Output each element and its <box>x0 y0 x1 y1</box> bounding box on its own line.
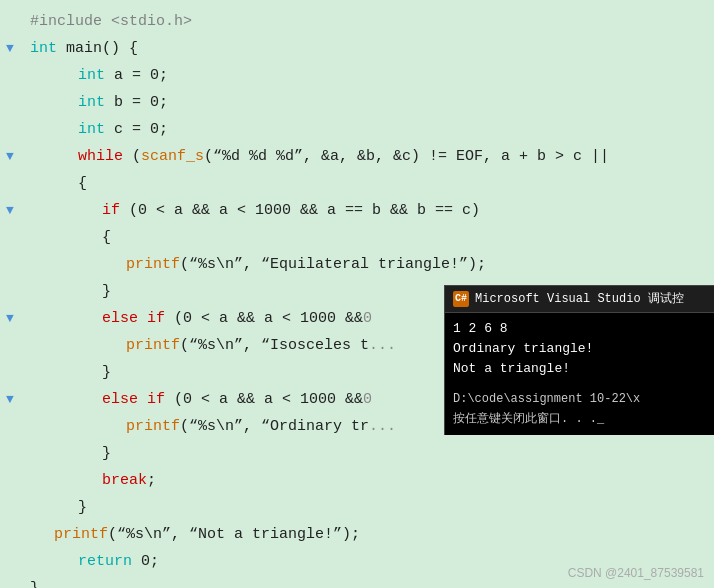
terminal-footer: D:\code\assignment 10-22\x 按任意键关闭此窗口. . … <box>445 385 714 435</box>
line-gutter: ▼ <box>0 386 20 413</box>
terminal-output-line-1: 1 2 6 8 <box>453 319 706 339</box>
line-content: } <box>20 440 714 467</box>
terminal-output-line-3: Not a triangle! <box>453 359 706 379</box>
terminal-prompt: 按任意键关闭此窗口. . ._ <box>453 409 706 429</box>
code-line: int b = 0; <box>0 89 714 116</box>
terminal-path: D:\code\assignment 10-22\x <box>453 389 706 409</box>
line-content: { <box>20 170 714 197</box>
code-line: int a = 0; <box>0 62 714 89</box>
line-content: printf(“%s\n”, “Not a triangle!”); <box>20 521 714 548</box>
line-content: while (scanf_s(“%d %d %d”, &a, &b, &c) !… <box>20 143 714 170</box>
terminal-overlay: C# Microsoft Visual Studio 调试控 1 2 6 8 O… <box>444 285 714 435</box>
code-line: break; <box>0 467 714 494</box>
terminal-icon: C# <box>453 291 469 307</box>
code-line: ▼int main() { <box>0 35 714 62</box>
line-gutter: ▼ <box>0 305 20 332</box>
code-line: #include <stdio.h> <box>0 8 714 35</box>
code-line: } <box>0 440 714 467</box>
code-line: { <box>0 170 714 197</box>
line-content: int main() { <box>20 35 714 62</box>
line-content: { <box>20 224 714 251</box>
line-content: int b = 0; <box>20 89 714 116</box>
terminal-title: Microsoft Visual Studio 调试控 <box>475 289 684 309</box>
code-line: ▼if (0 < a && a < 1000 && a == b && b ==… <box>0 197 714 224</box>
line-gutter: ▼ <box>0 35 20 62</box>
terminal-body: 1 2 6 8 Ordinary triangle! Not a triangl… <box>445 313 714 385</box>
terminal-output-line-2: Ordinary triangle! <box>453 339 706 359</box>
line-content: int c = 0; <box>20 116 714 143</box>
code-line: { <box>0 224 714 251</box>
line-content: } <box>20 494 714 521</box>
line-content: int a = 0; <box>20 62 714 89</box>
csdn-watermark: CSDN @2401_87539581 <box>568 566 704 580</box>
code-line: } <box>0 494 714 521</box>
editor-container: #include <stdio.h>▼int main() {int a = 0… <box>0 0 714 588</box>
line-content: break; <box>20 467 714 494</box>
line-content: if (0 < a && a < 1000 && a == b && b == … <box>20 197 714 224</box>
code-line: printf(“%s\n”, “Not a triangle!”); <box>0 521 714 548</box>
code-line: printf(“%s\n”, “Equilateral triangle!”); <box>0 251 714 278</box>
code-line: int c = 0; <box>0 116 714 143</box>
line-gutter: ▼ <box>0 197 20 224</box>
terminal-titlebar: C# Microsoft Visual Studio 调试控 <box>445 286 714 313</box>
line-gutter: ▼ <box>0 143 20 170</box>
line-content: #include <stdio.h> <box>20 8 714 35</box>
line-content: printf(“%s\n”, “Equilateral triangle!”); <box>20 251 714 278</box>
code-line: ▼while (scanf_s(“%d %d %d”, &a, &b, &c) … <box>0 143 714 170</box>
